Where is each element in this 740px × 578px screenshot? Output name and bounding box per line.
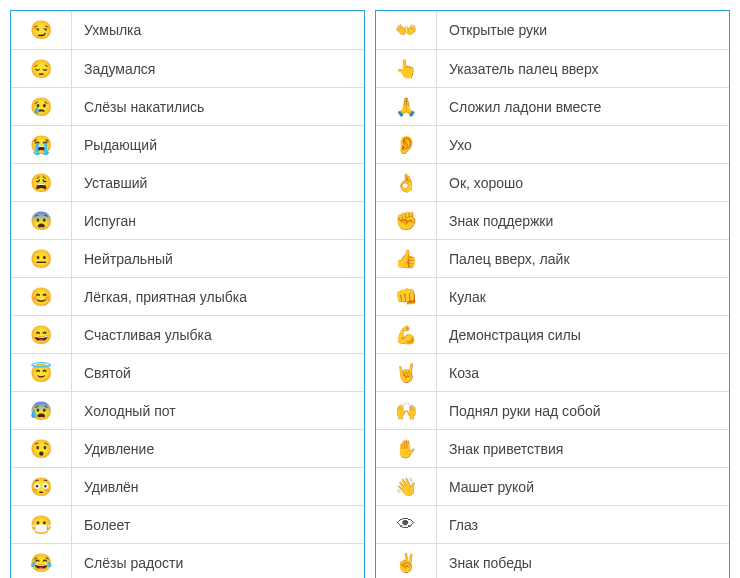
- emoji-icon: 👁: [376, 506, 437, 543]
- emoji-icon: 👆: [376, 50, 437, 87]
- emoji-icon: ✊: [376, 202, 437, 239]
- emoji-icon: 💪: [376, 316, 437, 353]
- table-row: 😰Холодный пот: [11, 391, 364, 429]
- table-row: 👊Кулак: [376, 277, 729, 315]
- emoji-label: Холодный пот: [72, 403, 364, 419]
- emoji-label: Сложил ладони вместе: [437, 99, 729, 115]
- emoji-label: Поднял руки над собой: [437, 403, 729, 419]
- table-row: 😳Удивлён: [11, 467, 364, 505]
- emoji-label: Коза: [437, 365, 729, 381]
- emoji-label: Ухо: [437, 137, 729, 153]
- emoji-label: Ухмылка: [72, 22, 364, 38]
- table-row: 🙌Поднял руки над собой: [376, 391, 729, 429]
- emoji-icon: 😇: [11, 354, 72, 391]
- emoji-label: Святой: [72, 365, 364, 381]
- emoji-label: Уставший: [72, 175, 364, 191]
- emoji-label: Удивлён: [72, 479, 364, 495]
- emoji-label: Глаз: [437, 517, 729, 533]
- table-row: 😭Рыдающий: [11, 125, 364, 163]
- emoji-icon: 😭: [11, 126, 72, 163]
- emoji-icon: 👂: [376, 126, 437, 163]
- table-row: 🤘Коза: [376, 353, 729, 391]
- emoji-table-right: 👐Открытые руки👆Указатель палец вверх🙏Сло…: [375, 10, 730, 578]
- emoji-icon: 👍: [376, 240, 437, 277]
- emoji-icon: 👐: [376, 11, 437, 49]
- table-row: ✋Знак приветствия: [376, 429, 729, 467]
- emoji-label: Ок, хорошо: [437, 175, 729, 191]
- table-row: 😔Задумался: [11, 49, 364, 87]
- emoji-label: Палец вверх, лайк: [437, 251, 729, 267]
- emoji-icon: 😔: [11, 50, 72, 87]
- emoji-label: Слёзы радости: [72, 555, 364, 571]
- emoji-icon: 👋: [376, 468, 437, 505]
- emoji-label: Испуган: [72, 213, 364, 229]
- emoji-icon: 😢: [11, 88, 72, 125]
- emoji-label: Лёгкая, приятная улыбка: [72, 289, 364, 305]
- table-row: 👐Открытые руки: [376, 11, 729, 49]
- emoji-icon: 😄: [11, 316, 72, 353]
- table-row: 😨Испуган: [11, 201, 364, 239]
- emoji-icon: 😂: [11, 544, 72, 578]
- table-row: 😩Уставший: [11, 163, 364, 201]
- emoji-label: Указатель палец вверх: [437, 61, 729, 77]
- emoji-icon: 👊: [376, 278, 437, 315]
- emoji-icon: 😩: [11, 164, 72, 201]
- emoji-label: Знак приветствия: [437, 441, 729, 457]
- emoji-icon: 😊: [11, 278, 72, 315]
- emoji-label: Рыдающий: [72, 137, 364, 153]
- emoji-icon: 😷: [11, 506, 72, 543]
- table-row: 😯Удивление: [11, 429, 364, 467]
- table-row: 👍Палец вверх, лайк: [376, 239, 729, 277]
- emoji-label: Знак победы: [437, 555, 729, 571]
- table-row: 😐Нейтральный: [11, 239, 364, 277]
- table-row: 🙏Сложил ладони вместе: [376, 87, 729, 125]
- table-row: 😊Лёгкая, приятная улыбка: [11, 277, 364, 315]
- table-row: 👌Ок, хорошо: [376, 163, 729, 201]
- emoji-icon: 😐: [11, 240, 72, 277]
- table-row: 💪Демонстрация силы: [376, 315, 729, 353]
- table-row: 😷Болеет: [11, 505, 364, 543]
- emoji-label: Нейтральный: [72, 251, 364, 267]
- emoji-icon: 😯: [11, 430, 72, 467]
- emoji-tables: 😏Ухмылка😔Задумался😢Слёзы накатились😭Рыда…: [10, 10, 730, 578]
- emoji-label: Демонстрация силы: [437, 327, 729, 343]
- emoji-label: Машет рукой: [437, 479, 729, 495]
- emoji-icon: 😰: [11, 392, 72, 429]
- emoji-label: Слёзы накатились: [72, 99, 364, 115]
- emoji-table-left: 😏Ухмылка😔Задумался😢Слёзы накатились😭Рыда…: [10, 10, 365, 578]
- table-row: 😏Ухмылка: [11, 11, 364, 49]
- table-row: 😄Счастливая улыбка: [11, 315, 364, 353]
- emoji-icon: 🤘: [376, 354, 437, 391]
- emoji-icon: 😏: [11, 11, 72, 49]
- emoji-label: Знак поддержки: [437, 213, 729, 229]
- emoji-icon: 😳: [11, 468, 72, 505]
- emoji-label: Задумался: [72, 61, 364, 77]
- table-row: 👁Глаз: [376, 505, 729, 543]
- emoji-icon: 👌: [376, 164, 437, 201]
- table-row: 😇Святой: [11, 353, 364, 391]
- emoji-icon: 🙏: [376, 88, 437, 125]
- table-row: 😂Слёзы радости: [11, 543, 364, 578]
- emoji-label: Болеет: [72, 517, 364, 533]
- emoji-label: Кулак: [437, 289, 729, 305]
- table-row: ✊Знак поддержки: [376, 201, 729, 239]
- emoji-icon: ✌: [376, 544, 437, 578]
- table-row: ✌Знак победы: [376, 543, 729, 578]
- emoji-icon: ✋: [376, 430, 437, 467]
- table-row: 👂Ухо: [376, 125, 729, 163]
- table-row: 😢Слёзы накатились: [11, 87, 364, 125]
- emoji-icon: 🙌: [376, 392, 437, 429]
- emoji-label: Счастливая улыбка: [72, 327, 364, 343]
- table-row: 👋Машет рукой: [376, 467, 729, 505]
- emoji-label: Удивление: [72, 441, 364, 457]
- emoji-label: Открытые руки: [437, 22, 729, 38]
- emoji-icon: 😨: [11, 202, 72, 239]
- table-row: 👆Указатель палец вверх: [376, 49, 729, 87]
